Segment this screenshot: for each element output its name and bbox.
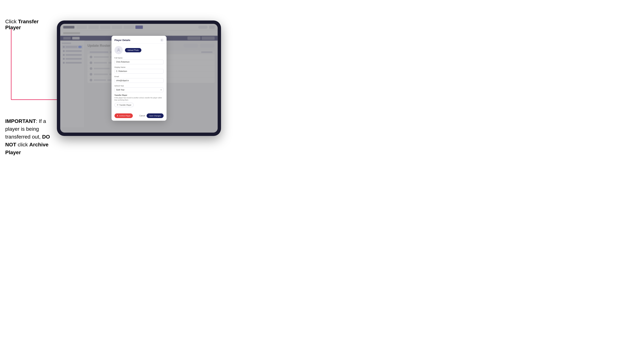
important-text: IMPORTANT: If a player is being transfer… [5, 117, 56, 157]
transfer-icon: ⟳ [117, 104, 118, 106]
modal-header: Player Details × [112, 36, 166, 44]
email-field-group: Email [114, 75, 164, 83]
save-changes-button[interactable]: Save Changes [146, 113, 164, 118]
modal-body: Upload Photo Full Name Display Name [112, 44, 166, 112]
tablet-screen: 11 [60, 24, 218, 133]
transfer-btn-label: Transfer Player [119, 104, 132, 106]
modal-title: Player Details [114, 39, 130, 41]
school-year-field-group: School Year Sixth Year First Year Second… [114, 85, 164, 92]
user-icon [116, 48, 121, 52]
transfer-player-button[interactable]: ⟳ Transfer Player [114, 103, 134, 107]
avatar-placeholder [114, 46, 123, 54]
modal-overlay: Player Details × [60, 24, 218, 133]
cancel-button[interactable]: Cancel [139, 115, 145, 117]
school-year-label: School Year [114, 85, 164, 87]
archive-btn-label: Archive Player [119, 115, 130, 117]
email-label: Email [114, 75, 164, 77]
instruction-area: Click Transfer Player [5, 19, 56, 34]
transfer-section: Transfer Player If this player has moved… [114, 94, 164, 107]
player-details-modal: Player Details × [112, 36, 166, 121]
modal-footer: ⬇ Archive Player Cancel Save Changes [112, 112, 166, 121]
archive-player-button[interactable]: ⬇ Archive Player [114, 113, 133, 118]
display-name-field-group: Display Name [114, 66, 164, 74]
click-transfer-bold: Transfer Player [5, 19, 38, 30]
tablet-device: 11 [57, 20, 221, 136]
display-name-input[interactable] [114, 69, 164, 74]
transfer-section-description: If this player has moved to another scho… [114, 97, 164, 101]
photo-section: Upload Photo [114, 46, 164, 54]
display-name-label: Display Name [114, 66, 164, 68]
transfer-section-title: Transfer Player [114, 94, 164, 96]
click-instruction: Click Transfer Player [5, 19, 56, 30]
full-name-field-group: Full Name [114, 57, 164, 64]
svg-point-3 [118, 49, 119, 50]
school-year-select[interactable]: Sixth Year First Year Second Year Third … [114, 88, 164, 92]
upload-photo-button[interactable]: Upload Photo [125, 48, 142, 52]
full-name-label: Full Name [114, 57, 164, 59]
email-input[interactable] [114, 78, 164, 83]
important-note: IMPORTANT: If a player is being transfer… [5, 117, 56, 157]
modal-close-button[interactable]: × [160, 38, 164, 42]
archive-icon: ⬇ [117, 115, 118, 117]
full-name-input[interactable] [114, 60, 164, 64]
important-bold: IMPORTANT [5, 118, 36, 124]
